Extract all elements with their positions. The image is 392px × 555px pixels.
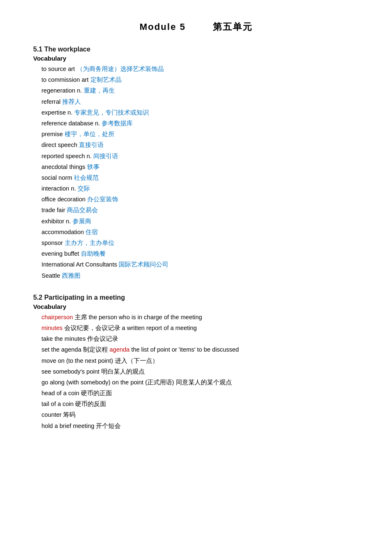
vocab-part: 作会议记录 — [85, 335, 118, 342]
list-item: referral 推荐人 — [41, 97, 359, 107]
list-item: head of a coin 硬币的正面 — [41, 389, 359, 398]
vocab-en: regeneration n. — [41, 87, 84, 94]
section-1-heading: 5.1 The workplace — [33, 46, 359, 53]
vocab-en: reference database n. — [41, 120, 102, 127]
vocab-part: 会议纪要，会议记录 a written report of a meeting — [63, 325, 197, 331]
vocab-en: accommodation — [41, 229, 85, 235]
list-item: hold a brief meeting 开个短会 — [41, 421, 359, 431]
vocab-cn: 轶事 — [87, 164, 100, 170]
vocab-cn: 间接引语 — [93, 153, 118, 159]
vocab-en: social norm — [41, 174, 74, 181]
list-item: to commission art 定制艺术品 — [41, 75, 359, 85]
vocab-cn: 住宿 — [85, 229, 98, 235]
list-item: interaction n. 交际 — [41, 184, 359, 193]
vocab-en: reported speech n. — [41, 153, 93, 159]
vocab-cn: 西雅图 — [62, 272, 80, 279]
vocab-cn: 参展商 — [73, 218, 91, 225]
section-1-vocab-list: to source art （为商务用途）选择艺术装饰品to commissio… — [41, 64, 359, 281]
list-item: tail of a coin 硬币的反面 — [41, 399, 359, 409]
vocab-en: referral — [41, 98, 62, 105]
section-2-heading: 5.2 Participating in a meeting — [33, 294, 359, 301]
vocab-cn: 国际艺术顾问公司 — [119, 261, 168, 268]
list-item: office decoration 办公室装饰 — [41, 195, 359, 204]
list-item: to source art （为商务用途）选择艺术装饰品 — [41, 64, 359, 74]
vocab-cn: 交际 — [78, 185, 90, 192]
vocab-en: to source art — [41, 66, 77, 72]
section-1-vocab-label: Vocabulary — [33, 55, 359, 62]
vocab-part: hold a brief meeting 开个短会 — [41, 423, 121, 429]
vocab-en: premise — [41, 131, 65, 137]
vocab-part: chairperson — [41, 314, 73, 320]
title-en: Module 5 — [139, 22, 185, 32]
page-title: Module 5 第五单元 — [33, 21, 359, 33]
list-item: trade fair 商品交易会 — [41, 205, 359, 215]
vocab-en: trade fair — [41, 207, 67, 213]
vocab-part: go along (with somebody) on the point (正… — [41, 379, 232, 386]
vocab-cn: 定制艺术品 — [90, 76, 122, 83]
vocab-part: set the agenda 制定议程 — [41, 346, 110, 353]
vocab-cn: 主办方，主办单位 — [65, 240, 114, 246]
vocab-en: exhibitor n. — [41, 218, 73, 225]
list-item: minutes 会议纪要，会议记录 a written report of a … — [41, 323, 359, 333]
vocab-part: head of a coin 硬币的正面 — [41, 390, 112, 396]
list-item: go along (with somebody) on the point (正… — [41, 378, 359, 387]
list-item: reference database n. 参考数据库 — [41, 119, 359, 128]
list-item: move on (to the next point) 进入（下一点） — [41, 356, 359, 366]
vocab-cn: 楼宇，单位，处所 — [65, 131, 114, 137]
vocab-en: sponsor — [41, 240, 65, 246]
vocab-part: see somebody's point 明白某人的观点 — [41, 368, 145, 375]
list-item: exhibitor n. 参展商 — [41, 217, 359, 226]
vocab-en: expertise n. — [41, 109, 74, 116]
list-item: see somebody's point 明白某人的观点 — [41, 367, 359, 377]
vocab-cn: 社会规范 — [74, 174, 99, 181]
vocab-cn: 自助晚餐 — [81, 250, 106, 257]
vocab-part: minutes — [41, 325, 63, 331]
list-item: take the minutes 作会议记录 — [41, 334, 359, 344]
vocab-cn: 商品交易会 — [67, 207, 98, 213]
section-2: 5.2 Participating in a meeting Vocabular… — [33, 294, 359, 431]
vocab-cn: 专家意见，专门技术或知识 — [74, 109, 149, 116]
vocab-en: office decoration — [41, 196, 87, 203]
vocab-en: direct speech — [41, 142, 79, 148]
vocab-cn: 办公室装饰 — [87, 196, 118, 203]
vocab-cn: 参考数据库 — [102, 120, 133, 127]
vocab-cn: （为商务用途）选择艺术装饰品 — [77, 66, 164, 72]
vocab-en: anecdotal things — [41, 164, 87, 170]
vocab-cn: 直接引语 — [79, 142, 104, 148]
vocab-part: move on (to the next point) 进入（下一点） — [41, 357, 158, 364]
title-cn: 第五单元 — [213, 22, 253, 32]
section-2-vocab-label: Vocabulary — [33, 303, 359, 310]
vocab-part: the list of point or 'items' to be discu… — [129, 346, 239, 353]
vocab-part: agenda — [110, 346, 129, 353]
vocab-cn: 推荐人 — [62, 98, 81, 105]
vocab-en: International Art Consultants — [41, 261, 119, 268]
section-1: 5.1 The workplace Vocabulary to source a… — [33, 46, 359, 281]
vocab-en: to commission art — [41, 76, 90, 83]
list-item: expertise n. 专家意见，专门技术或知识 — [41, 108, 359, 117]
list-item: anecdotal things 轶事 — [41, 162, 359, 172]
list-item: Seattle 西雅图 — [41, 271, 359, 281]
list-item: reported speech n. 间接引语 — [41, 152, 359, 161]
list-item: counter 筹码 — [41, 410, 359, 420]
list-item: accommodation 住宿 — [41, 227, 359, 237]
vocab-part: 主席 the person who is in charge of the me… — [73, 314, 202, 320]
list-item: sponsor 主办方，主办单位 — [41, 238, 359, 248]
section-2-vocab-list: chairperson 主席 the person who is in char… — [41, 313, 359, 431]
list-item: evening buffet 自助晚餐 — [41, 249, 359, 259]
list-item: set the agenda 制定议程 agenda the list of p… — [41, 345, 359, 355]
list-item: regeneration n. 重建，再生 — [41, 86, 359, 95]
vocab-part: counter 筹码 — [41, 411, 75, 418]
vocab-en: Seattle — [41, 272, 62, 279]
list-item: premise 楼宇，单位，处所 — [41, 130, 359, 139]
vocab-part: tail of a coin 硬币的反面 — [41, 401, 106, 407]
vocab-en: interaction n. — [41, 185, 78, 192]
vocab-en: evening buffet — [41, 250, 81, 257]
list-item: International Art Consultants 国际艺术顾问公司 — [41, 260, 359, 269]
vocab-part: take the minutes — [41, 335, 85, 342]
list-item: chairperson 主席 the person who is in char… — [41, 313, 359, 322]
vocab-cn: 重建，再生 — [84, 87, 115, 94]
list-item: social norm 社会规范 — [41, 173, 359, 183]
list-item: direct speech 直接引语 — [41, 140, 359, 150]
